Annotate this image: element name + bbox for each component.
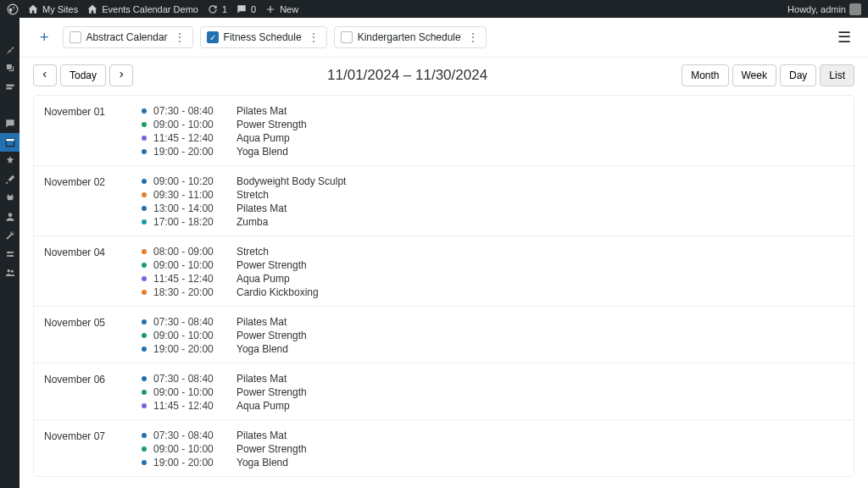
event-row[interactable]: 19:00 - 20:00Yoga Blend — [142, 145, 843, 158]
calendar-menu-button[interactable]: ☰ — [834, 25, 854, 50]
my-sites-label: My Sites — [42, 4, 78, 14]
site-link[interactable]: Events Calendar Demo — [86, 3, 198, 15]
event-time: 09:00 - 10:00 — [153, 119, 230, 130]
event-color-dot — [142, 249, 147, 254]
sidebar-posts[interactable] — [0, 40, 19, 58]
event-row[interactable]: 09:00 - 10:00Power Strength — [142, 329, 843, 342]
calendar-tab-checkbox[interactable] — [207, 31, 219, 43]
day-header: November 02 — [44, 175, 142, 229]
day-group: November 0607:30 - 08:40Pilates Mat09:00… — [34, 363, 854, 420]
view-week-button[interactable]: Week — [732, 64, 776, 86]
prev-button[interactable] — [33, 64, 57, 86]
event-row[interactable]: 11:45 - 12:40Aqua Pump — [142, 399, 843, 413]
event-row[interactable]: 17:00 - 18:20Zumba — [142, 215, 843, 229]
sidebar-events-calendar[interactable] — [0, 133, 19, 152]
event-row[interactable]: 19:00 - 20:00Yoga Blend — [142, 342, 843, 356]
view-list-button[interactable]: List — [820, 64, 854, 86]
sidebar-links[interactable] — [0, 77, 19, 96]
sidebar-collapse[interactable] — [0, 282, 19, 301]
calendar-tab-more[interactable]: ⋮ — [173, 31, 186, 43]
event-row[interactable]: 11:45 - 12:40Aqua Pump — [142, 131, 843, 145]
event-name: Zumba — [236, 216, 268, 228]
view-day-button[interactable]: Day — [780, 64, 816, 86]
day-group: November 0507:30 - 08:40Pilates Mat09:00… — [34, 307, 854, 363]
day-events: 07:30 - 08:40Pilates Mat09:00 - 10:00Pow… — [142, 429, 843, 469]
events-list: November 0107:30 - 08:40Pilates Mat09:00… — [33, 95, 854, 477]
svg-point-12 — [10, 270, 13, 273]
event-name: Aqua Pump — [236, 400, 290, 412]
event-row[interactable]: 09:00 - 10:00Power Strength — [142, 258, 843, 272]
sidebar-item-1[interactable] — [0, 152, 19, 170]
event-name: Power Strength — [236, 443, 307, 455]
event-color-dot — [142, 333, 147, 338]
calendar-tab[interactable]: Abstract Calendar⋮ — [63, 26, 193, 48]
event-time: 11:45 - 12:40 — [153, 132, 230, 144]
sidebar-settings[interactable] — [0, 245, 19, 263]
view-month-button[interactable]: Month — [682, 64, 728, 86]
sidebar-item-2[interactable] — [0, 263, 19, 282]
new-link[interactable]: New — [264, 3, 298, 15]
calendar-tab-label: Abstract Calendar — [86, 31, 168, 43]
users-icon — [4, 267, 16, 279]
event-row[interactable]: 19:00 - 20:00Yoga Blend — [142, 456, 843, 469]
event-row[interactable]: 09:30 - 11:00Stretch — [142, 188, 843, 202]
my-sites-link[interactable]: My Sites — [27, 3, 78, 15]
comment-icon — [4, 118, 16, 130]
event-time: 09:00 - 10:20 — [153, 175, 230, 187]
calendar-tab-more[interactable]: ⋮ — [307, 31, 320, 43]
day-events: 09:00 - 10:20Bodyweight Body Sculpt09:30… — [142, 175, 843, 229]
sidebar-appearance[interactable] — [0, 170, 19, 189]
calendar-tab-more[interactable]: ⋮ — [466, 31, 480, 43]
calendar-tab-checkbox[interactable] — [341, 31, 353, 43]
wrench-icon — [4, 230, 16, 241]
event-color-dot — [142, 347, 147, 352]
day-header: November 04 — [44, 245, 142, 299]
brush-icon — [4, 174, 16, 186]
event-row[interactable]: 07:30 - 08:40Pilates Mat — [142, 315, 843, 329]
event-name: Yoga Blend — [236, 146, 288, 158]
event-color-dot — [142, 192, 147, 197]
view-switcher: Month Week Day List — [682, 64, 854, 86]
updates-link[interactable]: 1 — [207, 3, 227, 15]
day-header: November 07 — [44, 429, 142, 469]
sidebar-comments[interactable] — [0, 114, 19, 133]
event-color-dot — [142, 108, 147, 114]
event-row[interactable]: 09:00 - 10:00Power Strength — [142, 442, 843, 456]
event-color-dot — [142, 403, 147, 408]
event-row[interactable]: 18:30 - 20:00Cardio Kickboxing — [142, 286, 843, 299]
event-row[interactable]: 07:30 - 08:40Pilates Mat — [142, 372, 843, 385]
sidebar-pages[interactable] — [0, 96, 19, 114]
event-row[interactable]: 13:00 - 14:00Pilates Mat — [142, 202, 843, 215]
today-button[interactable]: Today — [60, 64, 106, 86]
calendar-tab[interactable]: Fitness Schedule⋮ — [200, 26, 327, 48]
event-row[interactable]: 09:00 - 10:20Bodyweight Body Sculpt — [142, 175, 843, 188]
event-row[interactable]: 09:00 - 10:00Power Strength — [142, 118, 843, 131]
user-icon — [4, 211, 16, 223]
event-time: 13:00 - 14:00 — [153, 202, 230, 214]
sidebar-tools[interactable] — [0, 226, 19, 245]
next-button[interactable] — [109, 64, 133, 86]
wp-logo[interactable] — [7, 3, 19, 15]
day-events: 07:30 - 08:40Pilates Mat09:00 - 10:00Pow… — [142, 315, 843, 356]
event-color-dot — [142, 136, 147, 141]
calendar-tab-checkbox[interactable] — [70, 31, 81, 43]
event-row[interactable]: 07:30 - 08:40Pilates Mat — [142, 104, 843, 118]
sidebar-users[interactable] — [0, 208, 19, 226]
event-color-dot — [142, 390, 147, 395]
event-name: Power Strength — [236, 386, 307, 398]
calendar-tab[interactable]: Kindergarten Schedule⋮ — [334, 26, 487, 48]
event-time: 09:00 - 10:00 — [153, 259, 230, 271]
sidebar-dashboard[interactable] — [0, 21, 19, 40]
settings-icon — [4, 248, 16, 260]
sidebar-media[interactable] — [0, 58, 19, 77]
howdy-link[interactable]: Howdy, admin — [787, 3, 861, 15]
event-row[interactable]: 11:45 - 12:40Aqua Pump — [142, 272, 843, 286]
event-name: Power Strength — [236, 330, 307, 341]
event-row[interactable]: 08:00 - 09:00Stretch — [142, 245, 843, 258]
event-color-dot — [142, 179, 147, 184]
comments-link[interactable]: 0 — [236, 3, 256, 15]
add-calendar-button[interactable]: + — [33, 25, 56, 50]
event-row[interactable]: 07:30 - 08:40Pilates Mat — [142, 429, 843, 442]
event-row[interactable]: 09:00 - 10:00Power Strength — [142, 385, 843, 399]
sidebar-plugins[interactable] — [0, 189, 19, 208]
